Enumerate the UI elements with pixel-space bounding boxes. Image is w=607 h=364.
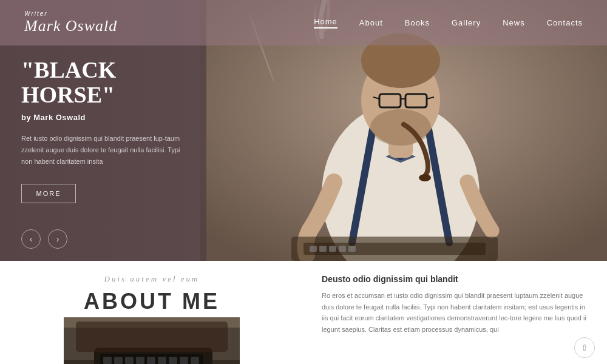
svg-rect-23 (348, 246, 356, 252)
nav-gallery[interactable]: Gallery (452, 18, 481, 27)
svg-rect-35 (169, 357, 177, 364)
nav-books[interactable]: Books (405, 18, 430, 27)
svg-rect-32 (136, 357, 144, 364)
svg-rect-27 (94, 348, 212, 364)
book-author: by Mark Oswald (21, 113, 185, 122)
nav-contacts[interactable]: Contacts (547, 18, 583, 27)
hero-nav-arrows: ‹ › (21, 229, 67, 249)
more-button[interactable]: MORE (21, 184, 76, 203)
logo: Writer Mark Oswald (24, 10, 117, 35)
svg-rect-30 (114, 357, 123, 364)
svg-rect-25 (64, 317, 240, 364)
writer-label: Writer (24, 10, 117, 17)
scroll-up-button[interactable]: ⇧ (574, 337, 595, 358)
prev-arrow[interactable]: ‹ (21, 229, 41, 249)
svg-rect-28 (100, 354, 203, 364)
main-nav: Home About Books Gallery News Contacts (314, 17, 583, 29)
svg-point-16 (419, 174, 431, 181)
svg-rect-26 (64, 360, 240, 364)
svg-rect-36 (180, 357, 188, 364)
about-image-svg (64, 317, 240, 364)
svg-rect-37 (191, 357, 199, 364)
nav-about[interactable]: About (359, 18, 383, 27)
next-arrow[interactable]: › (48, 229, 67, 249)
about-right: Deusto odio dignissim qui blandit Ro ero… (304, 261, 607, 364)
nav-news[interactable]: News (503, 18, 525, 27)
svg-rect-33 (147, 357, 155, 364)
header: Writer Mark Oswald Home About Books Gall… (0, 0, 607, 46)
about-content-text: Ro eros et accumsan et iusto odio dignis… (322, 290, 589, 335)
svg-rect-31 (125, 357, 134, 364)
svg-rect-34 (158, 357, 166, 364)
book-description: Ret iusto odio dignissim qui blandit pra… (21, 133, 185, 167)
about-subtitle: Duis autem vel eum (104, 274, 200, 284)
about-image (64, 317, 240, 364)
svg-rect-29 (103, 357, 112, 364)
logo-name: Mark Oswald (24, 17, 117, 35)
nav-home[interactable]: Home (314, 17, 337, 29)
svg-rect-20 (319, 246, 327, 252)
about-section: Duis autem vel eum ABOUT ME (0, 261, 607, 364)
about-content-title: Deusto odio dignissim qui blandit (322, 274, 589, 284)
about-left: Duis autem vel eum ABOUT ME (0, 261, 304, 364)
svg-rect-19 (310, 246, 317, 252)
svg-rect-24 (64, 317, 240, 364)
svg-rect-22 (339, 246, 346, 252)
about-title: ABOUT ME (84, 289, 220, 314)
svg-rect-21 (329, 246, 336, 252)
book-title: "BLACKHORSE" (21, 58, 185, 109)
